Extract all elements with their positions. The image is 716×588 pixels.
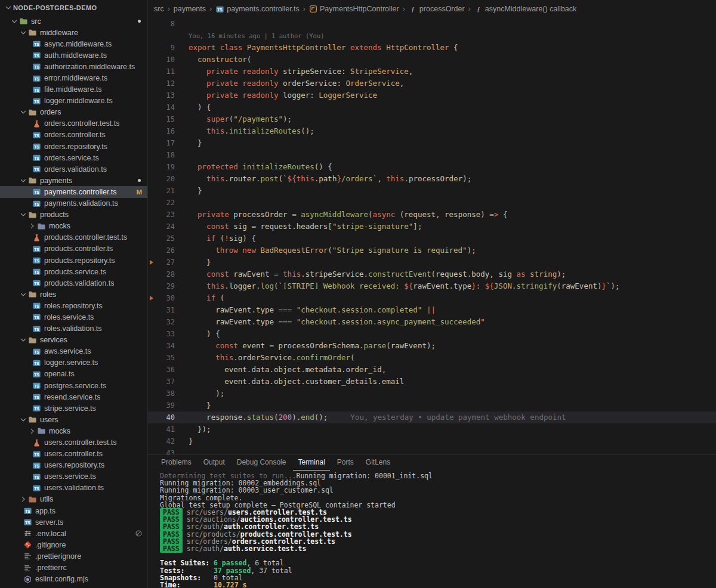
line-number-gutter[interactable]: 22: [148, 197, 185, 209]
breadcrumb-item-paymentshttpcontroller[interactable]: PaymentsHttpController: [309, 5, 399, 13]
code-line-30[interactable]: 30 if (: [148, 292, 716, 304]
line-number-gutter[interactable]: 32: [148, 316, 185, 328]
tree-folder-mocks[interactable]: mocks: [0, 221, 147, 232]
tree-file-roles-validation-ts[interactable]: TSroles.validation.ts: [0, 323, 147, 335]
line-number-gutter[interactable]: 12: [148, 78, 185, 89]
line-number-gutter[interactable]: 38: [148, 388, 185, 400]
code-line-29[interactable]: 29 this.logger.log(`[STRIPE] Webhook rec…: [148, 280, 716, 292]
code-line-text[interactable]: }: [185, 185, 202, 197]
tree-folder-payments[interactable]: payments: [0, 175, 147, 186]
line-number-gutter[interactable]: 28: [148, 268, 185, 280]
panel-tab-ports[interactable]: Ports: [332, 456, 359, 471]
line-number-gutter[interactable]: 27: [148, 256, 185, 268]
tree-file-roles-service-ts[interactable]: TSroles.service.ts: [0, 311, 147, 323]
breadcrumb-item-payments-controller-ts[interactable]: TSpayments.controller.ts: [215, 5, 300, 14]
code-line-text[interactable]: this.router.post(`${this.path}/orders`, …: [185, 173, 471, 185]
code-line-15[interactable]: 15 super("/payments");: [148, 113, 716, 125]
terminal-output[interactable]: Determining test suites to run...Running…: [148, 471, 716, 588]
code-line-text[interactable]: [185, 18, 189, 30]
tree-file-orders-service-ts[interactable]: TSorders.service.ts: [0, 152, 147, 163]
tree-file-prettierignore[interactable]: .prettierignore: [0, 550, 147, 562]
breadcrumb-item-payments[interactable]: payments: [174, 5, 206, 13]
tree-file-prettierrc[interactable]: .prettierrc: [0, 562, 147, 574]
tree-file-authorization-middleware-ts[interactable]: TSauthorization.middleware.ts: [0, 61, 147, 72]
breadcrumb-item-asyncmiddleware-callback[interactable]: ƒasyncMiddleware() callback: [474, 5, 577, 13]
tree-folder-products[interactable]: products: [0, 209, 147, 221]
line-number-gutter[interactable]: 37: [148, 376, 185, 388]
line-number-gutter[interactable]: 35: [148, 352, 185, 364]
code-line-14[interactable]: 14 ) {: [148, 101, 716, 113]
code-line-32[interactable]: 32 rawEvent.type === "checkout.session.a…: [148, 316, 716, 328]
code-line-text[interactable]: rawEvent.type === "checkout.session.comp…: [185, 304, 436, 316]
code-line-text[interactable]: [185, 197, 189, 209]
code-line-text[interactable]: const sig = request.headers["stripe-sign…: [185, 221, 422, 233]
line-number-gutter[interactable]: 43: [148, 447, 185, 454]
code-line-text[interactable]: constructor(: [185, 54, 251, 66]
tree-file-users-repository-ts[interactable]: TSusers.repository.ts: [0, 460, 147, 471]
tree-file-users-validation-ts[interactable]: TSusers.validation.ts: [0, 482, 147, 494]
tree-file-gitignore[interactable]: .gitignore: [0, 539, 147, 550]
line-number-gutter[interactable]: 23: [148, 209, 185, 221]
line-number-gutter[interactable]: 14: [148, 101, 185, 113]
tree-file-users-controller-test-ts[interactable]: users.controller.test.ts: [0, 437, 147, 448]
code-line-text[interactable]: [185, 447, 189, 454]
code-line-31[interactable]: 31 rawEvent.type === "checkout.session.c…: [148, 304, 716, 316]
code-line-text[interactable]: }: [185, 435, 193, 447]
code-line-text[interactable]: );: [185, 388, 224, 400]
code-line-text[interactable]: rawEvent.type === "checkout.session.asyn…: [185, 316, 485, 328]
code-line-text[interactable]: if (!sig) {: [185, 233, 256, 245]
line-number-gutter[interactable]: 11: [148, 66, 185, 78]
line-number-gutter[interactable]: 17: [148, 137, 185, 149]
tree-file-openai-ts[interactable]: TSopenai.ts: [0, 369, 147, 380]
tree-file-products-repository-ts[interactable]: TSproducts.repository.ts: [0, 255, 147, 266]
line-number-gutter[interactable]: 41: [148, 423, 185, 435]
breadcrumb-item-processorder[interactable]: ƒprocessOrder: [409, 5, 465, 13]
code-line-8[interactable]: 8: [148, 18, 716, 30]
tree-file-payments-controller-ts[interactable]: TSpayments.controller.tsM: [0, 186, 147, 197]
line-number-gutter[interactable]: 40: [148, 411, 185, 423]
tree-file-orders-validation-ts[interactable]: TSorders.validation.ts: [0, 163, 147, 175]
tree-folder-orders[interactable]: orders: [0, 107, 147, 118]
code-line-text[interactable]: }: [185, 400, 211, 411]
tree-file-postgres-service-ts[interactable]: TSpostgres.service.ts: [0, 380, 147, 391]
tree-file-orders-repository-ts[interactable]: TSorders.repository.ts: [0, 141, 147, 152]
line-number-gutter[interactable]: 18: [148, 149, 185, 161]
code-line-11[interactable]: 11 private readonly stripeService: Strip…: [148, 66, 716, 78]
tree-file-app-ts[interactable]: TSapp.ts: [0, 505, 147, 516]
explorer-header[interactable]: NODE-POSTGRES-DEMO: [0, 0, 147, 16]
code-line-19[interactable]: 19 protected initializeRoutes() {: [148, 161, 716, 173]
line-number-gutter[interactable]: 30: [148, 292, 185, 304]
code-line-36[interactable]: 36 event.data.object.metadata.order_id,: [148, 364, 716, 376]
codelens-blame[interactable]: You, 16 minutes ago | 1 author (You): [148, 30, 716, 42]
code-line-text[interactable]: protected initializeRoutes() {: [185, 161, 332, 173]
code-line-10[interactable]: 10 constructor(: [148, 54, 716, 66]
tree-file-orders-controller-test-ts[interactable]: orders.controller.test.ts: [0, 118, 147, 129]
line-number-gutter[interactable]: 10: [148, 54, 185, 66]
panel-tab-terminal[interactable]: Terminal: [293, 456, 329, 471]
code-line-9[interactable]: 9export class PaymentsHttpController ext…: [148, 42, 716, 54]
tree-folder-roles[interactable]: roles: [0, 289, 147, 300]
code-line-40[interactable]: 40 response.status(200).end();You, yeste…: [148, 411, 716, 423]
tree-folder-users[interactable]: users: [0, 414, 147, 425]
line-number-gutter[interactable]: 21: [148, 185, 185, 197]
tree-folder-utils[interactable]: utils: [0, 494, 147, 505]
tree-file-orders-controller-ts[interactable]: TSorders.controller.ts: [0, 129, 147, 141]
code-line-text[interactable]: const rawEvent = this.stripeService.cons…: [185, 268, 566, 280]
breadcrumb-item-src[interactable]: src: [154, 5, 164, 13]
line-number-gutter[interactable]: 25: [148, 233, 185, 245]
code-line-17[interactable]: 17 }: [148, 137, 716, 149]
tree-file-logger-middleware-ts[interactable]: TSlogger.middleware.ts: [0, 95, 147, 107]
tree-file-auth-middleware-ts[interactable]: TSauth.middleware.ts: [0, 49, 147, 61]
tree-file-stripe-service-ts[interactable]: TSstripe.service.ts: [0, 403, 147, 414]
line-number-gutter[interactable]: 33: [148, 328, 185, 340]
tree-file-products-controller-test-ts[interactable]: products.controller.test.ts: [0, 232, 147, 243]
code-line-34[interactable]: 34 const event = processOrderSchema.pars…: [148, 340, 716, 352]
line-number-gutter[interactable]: 42: [148, 435, 185, 447]
code-line-text[interactable]: throw new BadRequestError("Stripe signat…: [185, 245, 476, 256]
tree-file-server-ts[interactable]: TSserver.ts: [0, 516, 147, 528]
code-line-text[interactable]: this.logger.log(`[STRIPE] Webhook receiv…: [185, 280, 620, 292]
tree-folder-src[interactable]: src: [0, 16, 147, 27]
tree-folder-mocks[interactable]: mocks: [0, 425, 147, 437]
code-line-20[interactable]: 20 this.router.post(`${this.path}/orders…: [148, 173, 716, 185]
code-line-21[interactable]: 21 }: [148, 185, 716, 197]
